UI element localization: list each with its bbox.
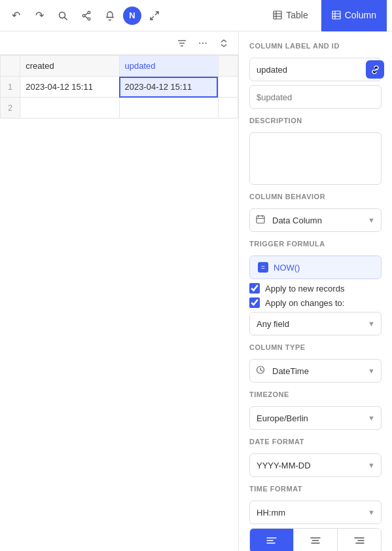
share-icon xyxy=(81,10,92,21)
filter-button[interactable] xyxy=(173,34,191,52)
notifications-button[interactable] xyxy=(99,5,120,26)
share-button[interactable] xyxy=(76,5,97,26)
more-button[interactable]: ⋯ xyxy=(194,34,212,52)
align-center-button[interactable] xyxy=(294,529,338,551)
row-num-header xyxy=(1,56,20,77)
apply-field-select-wrapper: Any field Specific field ▼ xyxy=(249,312,382,335)
filter-icon xyxy=(177,39,187,48)
date-format-section-title: DATE FORMAT xyxy=(249,438,382,446)
svg-line-5 xyxy=(85,13,88,15)
col-behavior-select-wrapper: Data Column ▼ xyxy=(249,208,382,232)
apply-new-records-label: Apply to new records xyxy=(265,284,344,294)
svg-line-8 xyxy=(151,16,154,20)
col-header-created[interactable]: created xyxy=(20,56,119,77)
redo-button[interactable]: ↷ xyxy=(29,5,50,26)
formula-value: NOW() xyxy=(274,263,300,273)
col-header-extra[interactable] xyxy=(218,56,238,77)
svg-line-1 xyxy=(65,17,67,20)
timezone-select[interactable]: Europe/Berlin xyxy=(249,406,382,430)
timezone-select-wrapper: Europe/Berlin ▼ xyxy=(249,406,382,430)
row-number-2: 2 xyxy=(1,98,20,119)
col-type-select-wrapper: DateTime ▼ xyxy=(249,359,382,383)
search-button[interactable] xyxy=(52,5,73,26)
apply-changes-label: Apply on changes to: xyxy=(265,298,344,308)
search-icon xyxy=(58,10,68,21)
tab-column-label: Column xyxy=(345,10,376,20)
expand-rows-button[interactable] xyxy=(215,34,233,52)
description-textarea[interactable] xyxy=(249,132,382,185)
description-section: DESCRIPTION xyxy=(249,117,382,185)
svg-line-7 xyxy=(155,12,158,15)
apply-changes-checkbox[interactable] xyxy=(249,297,260,308)
date-format-section: DATE FORMAT YYYY-MM-DD ▼ xyxy=(249,438,382,477)
cell-extra-1 xyxy=(218,77,238,98)
alignment-group xyxy=(249,528,382,551)
apply-field-select[interactable]: Any field Specific field xyxy=(249,312,382,335)
table-area: ⋯ created updated xyxy=(0,31,239,551)
svg-rect-13 xyxy=(332,11,340,19)
svg-point-2 xyxy=(88,11,90,14)
apply-new-records-checkbox[interactable] xyxy=(249,283,260,294)
cell-extra-2 xyxy=(218,98,238,119)
main-area: ⋯ created updated xyxy=(0,31,392,551)
top-nav: ↶ ↷ N xyxy=(0,0,392,31)
align-right-icon xyxy=(354,536,365,545)
col-label-section: COLUMN LABEL AND ID xyxy=(249,42,382,109)
svg-point-4 xyxy=(82,14,85,17)
cell-updated-1[interactable]: 2023-04-12 15:11 xyxy=(119,77,218,98)
spreadsheet: created updated 1 2023-04-12 15:11 2023-… xyxy=(0,55,238,551)
col-type-section-title: COLUMN TYPE xyxy=(249,343,382,351)
col-label-section-title: COLUMN LABEL AND ID xyxy=(249,42,382,50)
date-format-select-wrapper: YYYY-MM-DD ▼ xyxy=(249,453,382,477)
col-id-input[interactable] xyxy=(249,85,382,109)
apply-changes-row: Apply on changes to: xyxy=(249,297,382,308)
undo-button[interactable]: ↶ xyxy=(5,5,26,26)
time-format-select[interactable]: HH:mm xyxy=(249,501,382,524)
trigger-formula-section-title: TRIGGER FORMULA xyxy=(249,240,382,248)
table-row: 1 2023-04-12 15:11 2023-04-12 15:11 xyxy=(1,77,238,98)
bell-icon xyxy=(105,10,115,21)
cell-created-1[interactable]: 2023-04-12 15:11 xyxy=(20,77,119,98)
col-label-input[interactable] xyxy=(249,58,382,81)
date-format-select[interactable]: YYYY-MM-DD xyxy=(249,453,382,477)
table-row: 2 xyxy=(1,98,238,119)
align-center-icon xyxy=(310,536,321,545)
align-left-button[interactable] xyxy=(250,529,294,551)
svg-line-6 xyxy=(85,16,88,18)
link-icon-button[interactable] xyxy=(366,60,384,79)
col-type-section: COLUMN TYPE DateTime ▼ xyxy=(249,343,382,383)
cell-updated-2[interactable] xyxy=(119,98,218,119)
column-icon xyxy=(332,10,341,20)
svg-rect-9 xyxy=(274,11,281,19)
trigger-formula-section: TRIGGER FORMULA = NOW() Apply to new rec… xyxy=(249,240,382,335)
col-type-select[interactable]: DateTime xyxy=(249,359,382,383)
apply-new-records-row: Apply to new records xyxy=(249,283,382,294)
avatar[interactable]: N xyxy=(123,7,141,25)
tab-table[interactable]: Table xyxy=(262,0,318,31)
svg-point-3 xyxy=(88,18,90,20)
description-section-title: DESCRIPTION xyxy=(249,117,382,124)
col-behavior-select[interactable]: Data Column xyxy=(249,208,382,232)
col-label-input-row xyxy=(249,58,382,81)
right-panel: COLUMN LABEL AND ID DESCRIPTION COLUMN B… xyxy=(239,31,392,551)
expand-rows-icon xyxy=(219,39,228,48)
tab-table-label: Table xyxy=(286,10,308,20)
expand-icon xyxy=(149,10,160,21)
time-format-section-title: TIME FORMAT xyxy=(249,485,382,493)
time-format-select-wrapper: HH:mm ▼ xyxy=(249,501,382,524)
expand-button[interactable] xyxy=(144,5,165,26)
row-number-1: 1 xyxy=(1,77,20,98)
col-behavior-section-title: COLUMN BEHAVIOR xyxy=(249,193,382,200)
tab-column[interactable]: Column xyxy=(321,0,387,31)
table-icon xyxy=(273,10,282,20)
formula-icon: = xyxy=(258,262,268,273)
table-toolbar: ⋯ xyxy=(0,31,238,55)
formula-box[interactable]: = NOW() xyxy=(249,256,382,279)
timezone-section: TIMEZONE Europe/Berlin ▼ xyxy=(249,390,382,430)
col-behavior-section: COLUMN BEHAVIOR Data Column ▼ xyxy=(249,193,382,232)
col-header-updated[interactable]: updated xyxy=(119,56,218,77)
cell-created-2[interactable] xyxy=(20,98,119,119)
data-table: created updated 1 2023-04-12 15:11 2023-… xyxy=(0,55,238,119)
align-right-button[interactable] xyxy=(338,529,381,551)
align-left-icon xyxy=(266,536,277,545)
